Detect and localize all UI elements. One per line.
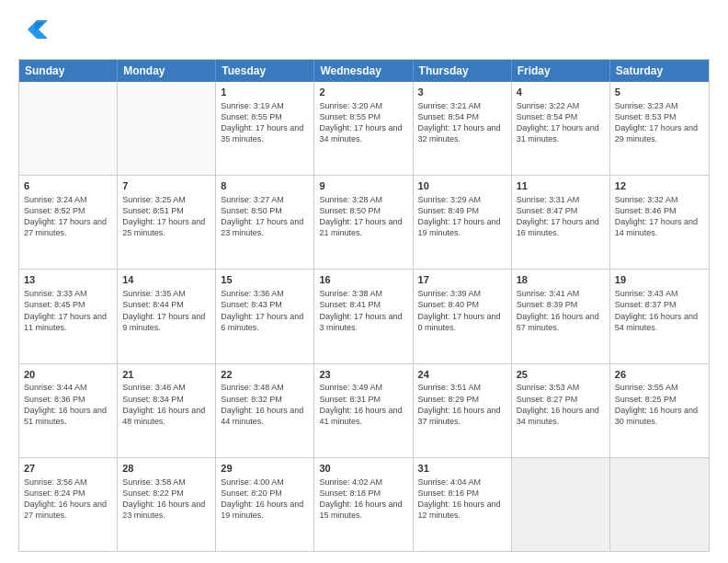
calendar-cell: 15Sunrise: 3:36 AMSunset: 8:43 PMDayligh… xyxy=(216,270,314,362)
day-details: Sunrise: 4:00 AMSunset: 8:20 PMDaylight:… xyxy=(221,477,309,522)
calendar-cell: 22Sunrise: 3:48 AMSunset: 8:32 PMDayligh… xyxy=(216,364,314,457)
day-number: 19 xyxy=(615,273,704,287)
day-details: Sunrise: 3:36 AMSunset: 8:43 PMDaylight:… xyxy=(221,288,309,333)
calendar-cell: 29Sunrise: 4:00 AMSunset: 8:20 PMDayligh… xyxy=(216,458,314,551)
calendar-row-3: 13Sunrise: 3:33 AMSunset: 8:45 PMDayligh… xyxy=(19,269,709,362)
calendar: SundayMondayTuesdayWednesdayThursdayFrid… xyxy=(18,59,710,552)
calendar-cell: 2Sunrise: 3:20 AMSunset: 8:55 PMDaylight… xyxy=(314,82,413,175)
calendar-cell: 5Sunrise: 3:23 AMSunset: 8:53 PMDaylight… xyxy=(610,82,709,175)
day-details: Sunrise: 3:43 AMSunset: 8:37 PMDaylight:… xyxy=(615,288,704,333)
day-number: 7 xyxy=(122,179,210,193)
day-details: Sunrise: 3:41 AMSunset: 8:39 PMDaylight:… xyxy=(517,288,605,333)
calendar-cell: 18Sunrise: 3:41 AMSunset: 8:39 PMDayligh… xyxy=(512,270,610,362)
calendar-cell: 1Sunrise: 3:19 AMSunset: 8:55 PMDaylight… xyxy=(216,82,314,175)
calendar-cell: 16Sunrise: 3:38 AMSunset: 8:41 PMDayligh… xyxy=(314,270,413,362)
calendar-cell xyxy=(19,82,118,175)
calendar-cell: 31Sunrise: 4:04 AMSunset: 8:16 PMDayligh… xyxy=(414,458,512,551)
day-details: Sunrise: 3:53 AMSunset: 8:27 PMDaylight:… xyxy=(517,382,605,427)
calendar-cell: 17Sunrise: 3:39 AMSunset: 8:40 PMDayligh… xyxy=(414,270,512,362)
header-day-thursday: Thursday xyxy=(414,60,512,82)
header-day-wednesday: Wednesday xyxy=(314,60,413,82)
day-number: 9 xyxy=(319,179,407,193)
day-number: 14 xyxy=(122,273,210,287)
calendar-row-1: 1Sunrise: 3:19 AMSunset: 8:55 PMDaylight… xyxy=(19,82,709,175)
day-details: Sunrise: 3:31 AMSunset: 8:47 PMDaylight:… xyxy=(517,194,605,239)
calendar-cell xyxy=(118,82,216,175)
calendar-cell: 4Sunrise: 3:22 AMSunset: 8:54 PMDaylight… xyxy=(512,82,610,175)
day-details: Sunrise: 3:21 AMSunset: 8:54 PMDaylight:… xyxy=(418,100,506,145)
calendar-cell: 28Sunrise: 3:58 AMSunset: 8:22 PMDayligh… xyxy=(118,458,216,551)
day-number: 12 xyxy=(615,179,704,193)
calendar-header: SundayMondayTuesdayWednesdayThursdayFrid… xyxy=(19,60,709,82)
day-details: Sunrise: 4:04 AMSunset: 8:16 PMDaylight:… xyxy=(418,477,506,522)
day-details: Sunrise: 3:23 AMSunset: 8:53 PMDaylight:… xyxy=(615,100,704,145)
calendar-cell: 12Sunrise: 3:32 AMSunset: 8:46 PMDayligh… xyxy=(610,176,709,269)
day-details: Sunrise: 4:02 AMSunset: 8:18 PMDaylight:… xyxy=(319,477,407,522)
calendar-cell: 7Sunrise: 3:25 AMSunset: 8:51 PMDaylight… xyxy=(118,176,216,269)
day-number: 23 xyxy=(319,368,407,382)
day-details: Sunrise: 3:48 AMSunset: 8:32 PMDaylight:… xyxy=(221,382,309,427)
calendar-row-4: 20Sunrise: 3:44 AMSunset: 8:36 PMDayligh… xyxy=(19,363,709,457)
day-number: 25 xyxy=(517,368,605,382)
day-number: 20 xyxy=(24,368,112,382)
day-number: 24 xyxy=(418,368,506,382)
day-number: 3 xyxy=(418,86,506,99)
day-number: 18 xyxy=(517,273,605,287)
day-number: 1 xyxy=(221,86,309,99)
calendar-row-2: 6Sunrise: 3:24 AMSunset: 8:52 PMDaylight… xyxy=(19,175,709,269)
day-number: 29 xyxy=(221,462,309,476)
calendar-cell: 3Sunrise: 3:21 AMSunset: 8:54 PMDaylight… xyxy=(414,82,512,175)
calendar-cell: 21Sunrise: 3:46 AMSunset: 8:34 PMDayligh… xyxy=(118,364,216,457)
day-number: 22 xyxy=(221,368,309,382)
day-number: 30 xyxy=(319,462,407,476)
calendar-cell xyxy=(610,458,709,551)
day-number: 16 xyxy=(319,273,407,287)
day-number: 15 xyxy=(221,273,309,287)
header-day-saturday: Saturday xyxy=(610,60,709,82)
day-details: Sunrise: 3:55 AMSunset: 8:25 PMDaylight:… xyxy=(615,382,704,427)
header-day-sunday: Sunday xyxy=(19,60,118,82)
calendar-cell: 11Sunrise: 3:31 AMSunset: 8:47 PMDayligh… xyxy=(512,176,610,269)
header-day-monday: Monday xyxy=(118,60,216,82)
day-details: Sunrise: 3:39 AMSunset: 8:40 PMDaylight:… xyxy=(418,288,506,333)
page: SundayMondayTuesdayWednesdayThursdayFrid… xyxy=(0,0,728,563)
calendar-cell: 10Sunrise: 3:29 AMSunset: 8:49 PMDayligh… xyxy=(414,176,512,269)
calendar-cell: 6Sunrise: 3:24 AMSunset: 8:52 PMDaylight… xyxy=(19,176,118,269)
day-number: 27 xyxy=(24,462,112,476)
calendar-cell: 27Sunrise: 3:56 AMSunset: 8:24 PMDayligh… xyxy=(19,458,118,551)
day-details: Sunrise: 3:35 AMSunset: 8:44 PMDaylight:… xyxy=(122,288,210,333)
header xyxy=(18,17,710,50)
day-number: 11 xyxy=(517,179,605,193)
day-details: Sunrise: 3:51 AMSunset: 8:29 PMDaylight:… xyxy=(418,382,506,427)
day-number: 6 xyxy=(24,179,112,193)
day-details: Sunrise: 3:58 AMSunset: 8:22 PMDaylight:… xyxy=(122,477,210,522)
logo-icon xyxy=(18,17,51,50)
day-number: 8 xyxy=(221,179,309,193)
calendar-body: 1Sunrise: 3:19 AMSunset: 8:55 PMDaylight… xyxy=(19,82,709,551)
day-details: Sunrise: 3:29 AMSunset: 8:49 PMDaylight:… xyxy=(418,194,506,239)
header-day-friday: Friday xyxy=(512,60,610,82)
calendar-cell: 26Sunrise: 3:55 AMSunset: 8:25 PMDayligh… xyxy=(610,364,709,457)
day-number: 2 xyxy=(319,86,407,99)
calendar-cell: 23Sunrise: 3:49 AMSunset: 8:31 PMDayligh… xyxy=(314,364,413,457)
day-number: 26 xyxy=(615,368,704,382)
calendar-cell: 20Sunrise: 3:44 AMSunset: 8:36 PMDayligh… xyxy=(19,364,118,457)
calendar-cell: 19Sunrise: 3:43 AMSunset: 8:37 PMDayligh… xyxy=(610,270,709,362)
calendar-cell: 14Sunrise: 3:35 AMSunset: 8:44 PMDayligh… xyxy=(118,270,216,362)
calendar-row-5: 27Sunrise: 3:56 AMSunset: 8:24 PMDayligh… xyxy=(19,457,709,551)
calendar-cell: 9Sunrise: 3:28 AMSunset: 8:50 PMDaylight… xyxy=(314,176,413,269)
day-number: 28 xyxy=(122,462,210,476)
calendar-cell: 24Sunrise: 3:51 AMSunset: 8:29 PMDayligh… xyxy=(414,364,512,457)
day-details: Sunrise: 3:24 AMSunset: 8:52 PMDaylight:… xyxy=(24,194,112,239)
day-number: 5 xyxy=(615,86,704,99)
day-details: Sunrise: 3:19 AMSunset: 8:55 PMDaylight:… xyxy=(221,100,309,145)
day-details: Sunrise: 3:22 AMSunset: 8:54 PMDaylight:… xyxy=(517,100,605,145)
svg-marker-1 xyxy=(35,22,44,31)
day-number: 31 xyxy=(418,462,506,476)
day-details: Sunrise: 3:27 AMSunset: 8:50 PMDaylight:… xyxy=(221,194,309,239)
day-number: 10 xyxy=(418,179,506,193)
day-number: 13 xyxy=(24,273,112,287)
day-details: Sunrise: 3:20 AMSunset: 8:55 PMDaylight:… xyxy=(319,100,407,145)
day-details: Sunrise: 3:28 AMSunset: 8:50 PMDaylight:… xyxy=(319,194,407,239)
day-number: 4 xyxy=(517,86,605,99)
